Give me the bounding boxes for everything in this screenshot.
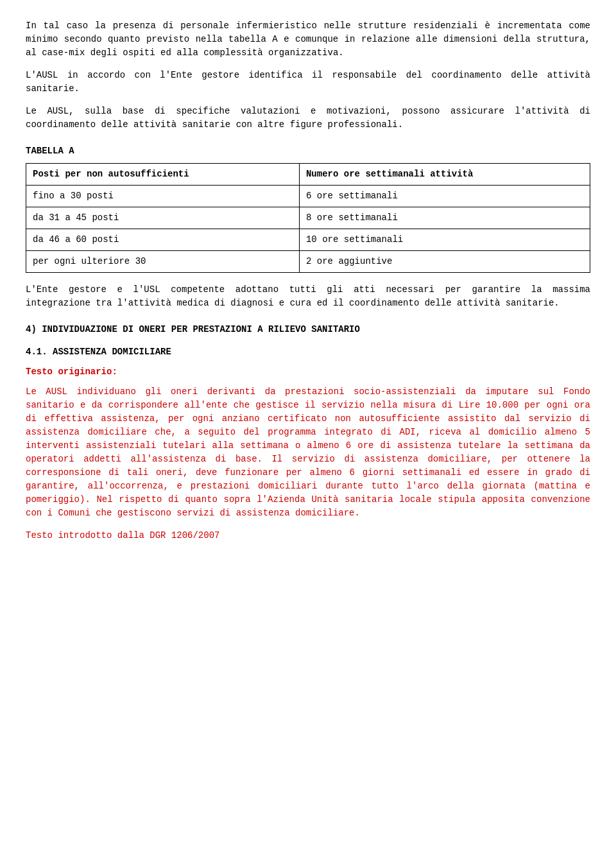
paragraph-3: Le AUSL, sulla base di specifiche valuta… [26,105,590,132]
table-cell-col2: 2 ore aggiuntive [299,251,590,273]
table-cell-col2: 6 ore settimanali [299,186,590,207]
table-cell-col2: 8 ore settimanali [299,207,590,229]
table-header-row: Posti per non autosufficienti Numero ore… [26,164,590,186]
col2-header: Numero ore settimanali attività [299,164,590,186]
table-cell-col1: da 31 a 45 posti [26,207,300,229]
table-cell-col1: da 46 a 60 posti [26,229,300,251]
page-content: In tal caso la presenza di personale inf… [26,19,590,542]
section-heading-4: 4) INDIVIDUAZIONE DI ONERI PER PRESTAZIO… [26,323,590,336]
testo-introdotto-label: Testo introdotto dalla DGR 1206/2007 [26,529,590,542]
table-heading: TABELLA A [26,144,590,158]
table-row: per ogni ulteriore 302 ore aggiuntive [26,251,590,273]
table-cell-col1: fino a 30 posti [26,186,300,207]
testo-originario-label: Testo originario: [26,365,590,379]
table-row: da 46 a 60 posti10 ore settimanali [26,229,590,251]
paragraph-1: In tal caso la presenza di personale inf… [26,19,590,60]
table-cell-col2: 10 ore settimanali [299,229,590,251]
paragraph-2: L'AUSL in accordo con l'Ente gestore ide… [26,69,590,96]
table-row: da 31 a 45 posti8 ore settimanali [26,207,590,229]
paragraph-7: Le AUSL individuano gli oneri derivanti … [26,385,590,520]
table-row: fino a 30 posti6 ore settimanali [26,186,590,207]
paragraph-4: L'Ente gestore e l'USL competente adotta… [26,283,590,310]
table-a: Posti per non autosufficienti Numero ore… [26,163,590,273]
table-cell-col1: per ogni ulteriore 30 [26,251,300,273]
subsection-heading-4-1: 4.1. ASSISTENZA DOMICILIARE [26,345,590,359]
col1-header: Posti per non autosufficienti [26,164,300,186]
